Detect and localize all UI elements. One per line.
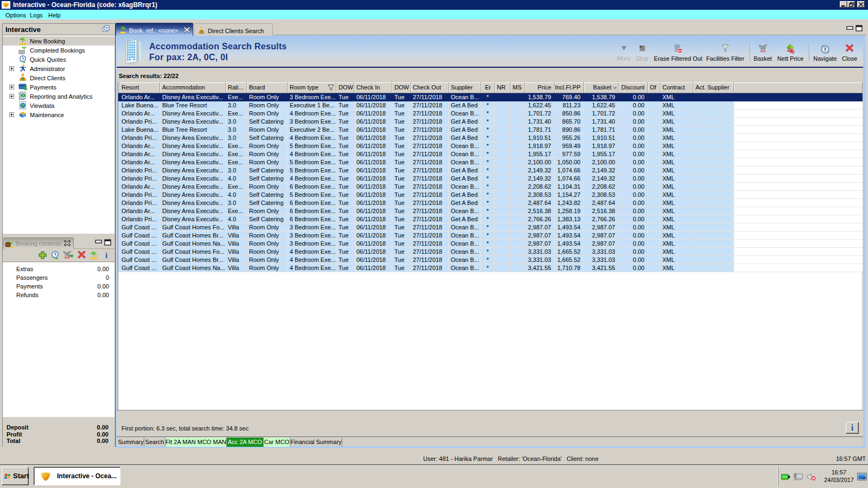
- svg-text:i: i: [105, 251, 107, 260]
- svg-text:$: $: [24, 85, 27, 91]
